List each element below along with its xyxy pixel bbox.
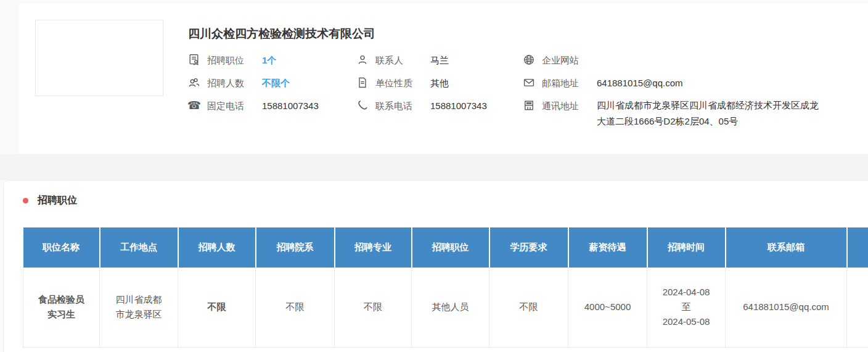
action-link-2[interactable]: 查 [851,308,868,322]
info-label: 企业网站 [542,54,597,67]
info-label: 固定电话 [207,99,262,112]
info-item-email: 邮箱地址 641881015@qq.com [523,76,868,89]
globe-icon [523,54,535,66]
cell-actions: 简 查 [847,268,868,347]
cell-position: 食品检验员 实习生 [23,268,100,347]
info-label: 招聘人数 [207,76,262,89]
col-email: 联系邮箱 [726,227,847,268]
info-item-address: 通讯地址 四川省成都市龙泉驿区四川省成都经济技术开发区成龙 大道二段1666号D… [523,99,868,129]
info-label: 联系电话 [375,99,430,112]
col-actions [847,227,868,268]
col-college: 招聘院系 [256,227,335,268]
company-logo-placeholder [35,20,163,96]
table-row: 食品检验员 实习生 四川省成都 市龙泉驿区 不限 不限 不限 其他人员 不限 4… [23,268,868,347]
location-line: 市龙泉驿区 [104,307,174,322]
info-item-website: 企业网站 [523,54,868,67]
cell-date: 2024-04-08 至 2024-05-08 [647,268,726,347]
position-line: 实习生 [27,307,96,322]
info-label: 招聘职位 [207,54,262,67]
cell-education: 不限 [489,268,568,347]
info-item-contact-person: 联系人 马兰 [356,54,523,67]
cell-major: 不限 [335,268,412,347]
jobs-table: 职位名称 工作地点 招聘人数 招聘院系 招聘专业 招聘职位 学历要求 薪资待遇 … [23,227,868,348]
users-icon [188,76,200,89]
building-icon [523,99,535,112]
cell-email: 641881015@qq.com [726,268,847,347]
info-item-headcount: 招聘人数 不限个 [188,76,356,89]
jobs-card: 招聘职位 职位名称 工作地点 招聘人数 招聘院系 招聘专业 招聘职位 学历要求 … [3,180,868,352]
date-to: 2024-05-08 [651,314,721,329]
position-line: 食品检验员 [27,292,96,307]
address-line: 四川省成都市龙泉驿区四川省成都经济技术开发区成龙 [597,97,858,113]
col-salary: 薪资待遇 [568,227,647,268]
file-icon [356,76,369,89]
col-category: 招聘职位 [412,227,489,268]
col-location: 工作地点 [100,227,178,268]
telephone-icon: ☎ [188,99,200,112]
date-separator: 至 [651,300,721,314]
info-item-unit-type: 单位性质 其他 [356,76,523,89]
section-title: 招聘职位 [38,195,77,206]
section-divider [0,154,868,180]
company-info-grid: 招聘职位 1个 联系人 马兰 [188,54,868,139]
info-label: 通讯地址 [542,99,597,112]
user-icon [356,54,369,66]
cell-college: 不限 [256,268,335,347]
location-line: 四川省成都 [104,292,174,307]
cell-category: 其他人员 [412,268,489,347]
info-value: 马兰 [430,54,449,67]
company-name: 四川众检四方检验检测技术有限公司 [188,27,868,41]
action-link-1[interactable]: 简 [851,292,868,306]
company-info: 四川众检四方检验检测技术有限公司 招聘职位 1个 [188,20,868,154]
info-label: 联系人 [375,54,430,67]
doc-person-icon [188,54,200,66]
col-education: 学历要求 [489,227,568,268]
info-value-address: 四川省成都市龙泉驿区四川省成都经济技术开发区成龙 大道二段1666号D2栋2层0… [597,97,858,129]
address-line: 大道二段1666号D2栋2层04、05号 [597,113,858,129]
info-value: 15881007343 [262,99,319,112]
cell-headcount: 不限 [178,268,256,347]
mail-icon [523,76,535,89]
info-label: 单位性质 [375,76,430,89]
handset-icon [356,99,369,112]
red-dot-icon [23,198,28,203]
col-date: 招聘时间 [647,227,726,268]
jobs-section-header: 招聘职位 [4,181,868,206]
info-label: 邮箱地址 [542,76,597,89]
company-card: 四川众检四方检验检测技术有限公司 招聘职位 1个 [19,4,868,154]
date-from: 2024-04-08 [651,285,721,300]
info-value: 641881015@qq.com [597,76,683,89]
info-value: 不限个 [262,76,290,89]
table-header-row: 职位名称 工作地点 招聘人数 招聘院系 招聘专业 招聘职位 学历要求 薪资待遇 … [23,227,868,268]
info-value: 1个 [262,54,276,67]
info-item-landline: ☎ 固定电话 15881007343 [188,99,356,129]
cell-salary: 4000~5000 [568,268,647,347]
info-value: 其他 [430,76,449,89]
cell-location: 四川省成都 市龙泉驿区 [100,268,178,347]
info-item-positions: 招聘职位 1个 [188,54,356,67]
col-position: 职位名称 [23,227,100,268]
info-item-phone: 联系电话 15881007343 [356,99,523,129]
info-value: 15881007343 [430,99,487,112]
col-major: 招聘专业 [335,227,412,268]
col-headcount: 招聘人数 [178,227,256,268]
